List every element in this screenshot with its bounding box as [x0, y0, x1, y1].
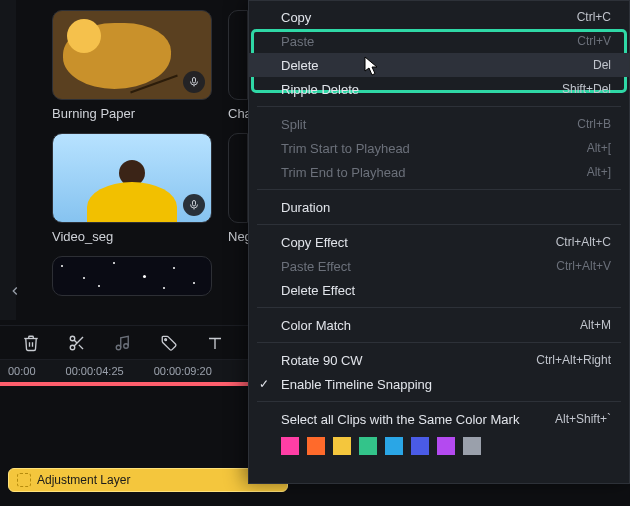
adjustment-layer-icon: [17, 473, 31, 487]
menu-item-delete[interactable]: DeleteDel: [249, 53, 629, 77]
svg-point-7: [116, 345, 121, 350]
menu-separator: [257, 401, 621, 402]
context-menu: CopyCtrl+CPasteCtrl+VDeleteDelRipple Del…: [248, 0, 630, 484]
media-item[interactable]: Video_seg: [52, 133, 212, 244]
media-thumbnail[interactable]: [52, 10, 212, 100]
media-item[interactable]: [52, 256, 212, 296]
media-thumbnail-cropped[interactable]: [228, 133, 248, 223]
menu-item-label: Split: [281, 117, 577, 132]
menu-item-shortcut: Ctrl+C: [577, 10, 611, 24]
media-thumbnail[interactable]: [52, 256, 212, 296]
text-icon[interactable]: [206, 334, 224, 352]
checkmark-icon: ✓: [259, 377, 269, 391]
menu-item-enable-timeline-snapping[interactable]: ✓Enable Timeline Snapping: [249, 372, 629, 396]
menu-item-shortcut: Alt+[: [587, 141, 611, 155]
svg-point-9: [165, 338, 167, 340]
menu-item-shortcut: Ctrl+B: [577, 117, 611, 131]
color-swatch-7[interactable]: [463, 437, 481, 455]
menu-item-label: Paste Effect: [281, 259, 556, 274]
menu-item-shortcut: Del: [593, 58, 611, 72]
svg-point-8: [124, 343, 129, 348]
menu-separator: [257, 224, 621, 225]
color-swatch-5[interactable]: [411, 437, 429, 455]
menu-item-label: Delete: [281, 58, 593, 73]
color-swatch-1[interactable]: [307, 437, 325, 455]
svg-rect-0: [193, 78, 196, 84]
media-label: Burning Paper: [52, 106, 212, 121]
menu-item-copy-effect[interactable]: Copy EffectCtrl+Alt+C: [249, 230, 629, 254]
menu-item-label: Copy Effect: [281, 235, 556, 250]
menu-item-label: Delete Effect: [281, 283, 611, 298]
menu-item-label: Trim End to Playhead: [281, 165, 587, 180]
menu-item-shortcut: Alt+Shift+`: [555, 412, 611, 426]
media-label: Video_seg: [52, 229, 212, 244]
color-swatch-3[interactable]: [359, 437, 377, 455]
menu-item-label: Copy: [281, 10, 577, 25]
menu-item-paste: PasteCtrl+V: [249, 29, 629, 53]
menu-separator: [257, 342, 621, 343]
clip-label: Adjustment Layer: [37, 473, 130, 487]
collapse-panel-icon[interactable]: [4, 280, 26, 302]
svg-point-2: [70, 336, 75, 341]
menu-item-color-match[interactable]: Color MatchAlt+M: [249, 313, 629, 337]
menu-item-label: Rotate 90 CW: [281, 353, 536, 368]
color-swatch-2[interactable]: [333, 437, 351, 455]
mic-icon: [183, 71, 205, 93]
scissors-icon[interactable]: [68, 334, 86, 352]
menu-item-label: Enable Timeline Snapping: [281, 377, 611, 392]
svg-line-6: [74, 340, 77, 343]
menu-item-label: Paste: [281, 34, 577, 49]
menu-item-trim-end-to-playhead: Trim End to PlayheadAlt+]: [249, 160, 629, 184]
mouse-cursor-icon: [364, 56, 380, 76]
color-mark-row: [249, 431, 629, 459]
menu-item-label: Duration: [281, 200, 611, 215]
menu-item-label: Trim Start to Playhead: [281, 141, 587, 156]
color-swatch-0[interactable]: [281, 437, 299, 455]
adjustment-layer-clip[interactable]: Adjustment Layer: [8, 468, 288, 492]
mic-icon: [183, 194, 205, 216]
menu-item-label: Color Match: [281, 318, 580, 333]
menu-item-shortcut: Alt+M: [580, 318, 611, 332]
svg-line-5: [79, 344, 83, 348]
menu-separator: [257, 307, 621, 308]
menu-item-split: SplitCtrl+B: [249, 112, 629, 136]
left-tab-gutter: [0, 0, 16, 320]
menu-item-duration[interactable]: Duration: [249, 195, 629, 219]
gutter-slot: [0, 8, 16, 44]
menu-item-label: Select all Clips with the Same Color Mar…: [281, 412, 555, 427]
menu-item-shortcut: Ctrl+V: [577, 34, 611, 48]
menu-item-shortcut: Ctrl+Alt+V: [556, 259, 611, 273]
menu-item-shortcut: Alt+]: [587, 165, 611, 179]
timecode: 00:00:04:25: [66, 365, 124, 377]
menu-item-trim-start-to-playhead: Trim Start to PlayheadAlt+[: [249, 136, 629, 160]
menu-item-label: Ripple Delete: [281, 82, 562, 97]
menu-item-rotate-90-cw[interactable]: Rotate 90 CWCtrl+Alt+Right: [249, 348, 629, 372]
color-swatch-6[interactable]: [437, 437, 455, 455]
music-note-icon[interactable]: [114, 334, 132, 352]
menu-item-shortcut: Shift+Del: [562, 82, 611, 96]
menu-item-copy[interactable]: CopyCtrl+C: [249, 5, 629, 29]
menu-separator: [257, 106, 621, 107]
menu-separator: [257, 189, 621, 190]
menu-item-ripple-delete[interactable]: Ripple DeleteShift+Del: [249, 77, 629, 101]
media-thumbnail-cropped[interactable]: [228, 10, 248, 100]
timecode: 00:00: [8, 365, 36, 377]
menu-item-paste-effect: Paste EffectCtrl+Alt+V: [249, 254, 629, 278]
menu-item-select-all-clips-with-the-same-color-mark[interactable]: Select all Clips with the Same Color Mar…: [249, 407, 629, 431]
menu-item-shortcut: Ctrl+Alt+C: [556, 235, 611, 249]
color-swatch-4[interactable]: [385, 437, 403, 455]
timecode: 00:00:09:20: [154, 365, 212, 377]
media-thumbnail[interactable]: [52, 133, 212, 223]
menu-item-shortcut: Ctrl+Alt+Right: [536, 353, 611, 367]
trash-icon[interactable]: [22, 334, 40, 352]
menu-item-delete-effect[interactable]: Delete Effect: [249, 278, 629, 302]
tag-icon[interactable]: [160, 334, 178, 352]
svg-point-3: [70, 345, 75, 350]
svg-rect-1: [193, 201, 196, 207]
media-item[interactable]: Burning Paper: [52, 10, 212, 121]
